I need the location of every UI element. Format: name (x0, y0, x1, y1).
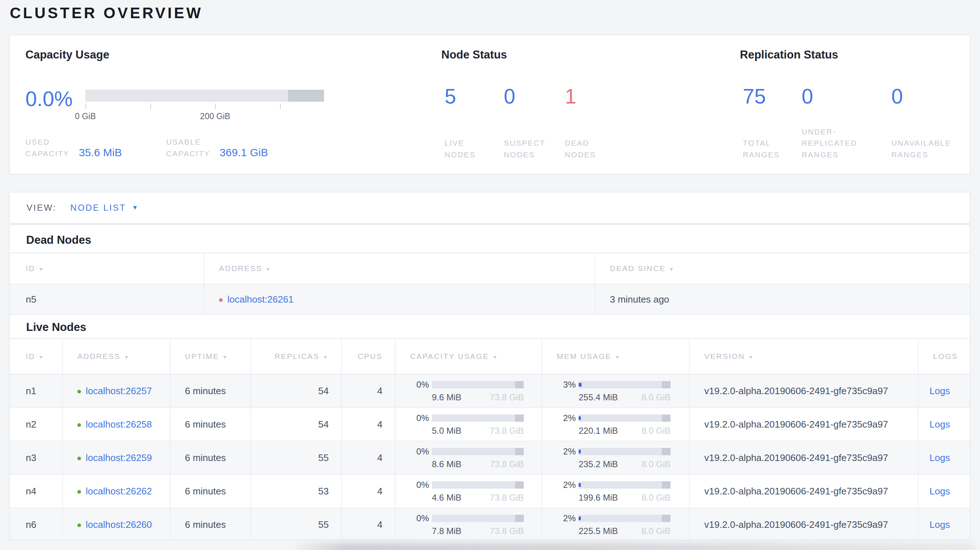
memory-usage-bar-reserved (662, 515, 671, 522)
node-id-cell: n6 (10, 508, 62, 540)
memory-total-value: 8.0 GiB (641, 493, 671, 503)
sort-desc-icon[interactable]: ▼ (38, 354, 44, 360)
column-header-mem-usage[interactable]: MEM USAGE▼ (542, 339, 689, 374)
sort-desc-icon[interactable]: ▼ (266, 266, 271, 272)
column-header-label: CPUS (358, 352, 382, 360)
sort-desc-icon[interactable]: ▼ (615, 354, 621, 360)
logs-link[interactable]: Logs (929, 452, 950, 463)
memory-usage-bar-track (579, 515, 671, 522)
version-cell: v19.2.0-alpha.20190606-2491-gfe735c9a97 (689, 408, 918, 441)
live-status-icon (77, 390, 81, 393)
node-id-cell: n2 (10, 408, 62, 441)
node-address-link[interactable]: localhost:26257 (86, 385, 152, 396)
logs-link[interactable]: Logs (929, 519, 950, 530)
summary-metric-label: DEAD NODES (565, 137, 638, 160)
column-header-id[interactable]: ID▼ (10, 339, 62, 374)
sort-desc-icon[interactable]: ▼ (124, 354, 130, 360)
live-nodes-title: Live Nodes (10, 315, 970, 338)
table-row-live-node: n4localhost:262626 minutes5340%4.6 MiB73… (10, 474, 970, 508)
memory-usage-percent: 2% (557, 413, 576, 423)
used-capacity-stat: USED CAPACITY 35.6 MiB (25, 136, 122, 159)
node-id-cell: n1 (10, 374, 62, 408)
summary-metric: 0UNDER- REPLICATED RANGES (802, 82, 891, 160)
dead-nodes-table: ID▼ADDRESS▼DEAD SINCE▼ n5localhost:26261… (10, 253, 970, 315)
sort-desc-icon[interactable]: ▼ (748, 354, 754, 360)
capacity-usage-bar-row: 0% (410, 413, 541, 423)
column-header-dead-since[interactable]: DEAD SINCE▼ (595, 253, 970, 284)
capacity-usage-bar-track (432, 415, 524, 422)
capacity-usage-percent: 0% (410, 480, 429, 490)
logs-link[interactable]: Logs (929, 385, 950, 396)
column-header-label: UPTIME (185, 352, 219, 360)
column-header-id[interactable]: ID▼ (10, 253, 204, 284)
column-header-capacity-usage[interactable]: CAPACITY USAGE▼ (395, 339, 542, 374)
view-dropdown[interactable]: NODE LIST (70, 203, 126, 213)
cpus-cell: 4 (341, 374, 395, 408)
node-address-link[interactable]: localhost:26262 (86, 486, 152, 497)
capacity-bar-reserved-segment (288, 90, 324, 102)
uptime-cell: 6 minutes (170, 374, 251, 408)
logs-cell: Logs (918, 474, 970, 508)
usable-capacity-label: USABLE CAPACITY (166, 136, 210, 159)
address-cell: localhost:26261 (204, 284, 595, 315)
summary-metric-label: TOTAL RANGES (743, 137, 802, 160)
capacity-usage-bar-row: 0% (410, 380, 541, 390)
column-header-label: REPLICAS (275, 352, 320, 360)
cpus-cell: 4 (341, 474, 395, 508)
axis-tick (215, 103, 216, 109)
replicas-cell: 54 (251, 374, 341, 408)
node-address-link[interactable]: localhost:26259 (86, 452, 152, 463)
capacity-usage-cell: 0%4.6 MiB73.8 GiB (395, 474, 542, 508)
replicas-cell: 54 (251, 408, 341, 441)
node-address-link[interactable]: localhost:26258 (86, 419, 152, 430)
column-header-address[interactable]: ADDRESS▼ (204, 253, 595, 284)
used-capacity-label: USED CAPACITY (25, 136, 69, 159)
memory-used-value: 220.1 MiB (579, 426, 618, 436)
sort-desc-icon[interactable]: ▼ (669, 266, 675, 272)
capacity-used-value: 7.8 MiB (432, 526, 461, 536)
capacity-usage-bar-reserved (515, 381, 524, 388)
memory-usage-cell: 2%225.5 MiB8.0 GiB (542, 508, 689, 540)
memory-total-value: 8.0 GiB (641, 426, 671, 436)
memory-used-value: 255.4 MiB (579, 392, 618, 402)
column-header-version[interactable]: VERSION▼ (689, 339, 918, 374)
live-status-icon (77, 423, 81, 427)
capacity-used-value: 8.6 MiB (432, 459, 461, 469)
column-header-uptime[interactable]: UPTIME▼ (170, 339, 251, 374)
capacity-usage-cell: 0%7.8 MiB73.8 GiB (395, 508, 542, 540)
node-id-cell: n3 (10, 441, 62, 474)
capacity-bar-chart: 0 GiB200 GiB (85, 90, 324, 111)
node-address-link[interactable]: localhost:26261 (228, 294, 293, 305)
table-row-live-node: n1localhost:262576 minutes5440%9.6 MiB73… (10, 374, 970, 408)
cpus-cell: 4 (341, 441, 395, 474)
capacity-usage-bar-row: 0% (410, 447, 541, 457)
summary-card: Capacity Usage 0.0% 0 GiB200 GiB USED CA… (9, 35, 970, 175)
memory-usage-bar-row: 2% (557, 480, 689, 490)
version-cell: v19.2.0-alpha.20190606-2491-gfe735c9a97 (689, 374, 918, 408)
node-address-link[interactable]: localhost:26260 (86, 519, 152, 530)
logs-link[interactable]: Logs (929, 486, 950, 497)
sort-desc-icon[interactable]: ▼ (323, 354, 329, 360)
memory-usage-bar-row: 2% (557, 447, 689, 457)
node-status-title: Node Status (441, 48, 507, 61)
replicas-cell: 53 (251, 474, 341, 508)
capacity-ticks: 0 GiB200 GiB (85, 103, 324, 111)
memory-usage-percent: 3% (557, 380, 576, 390)
summary-metric: 0UNAVAILABLE RANGES (891, 82, 975, 160)
column-header-label: DEAD SINCE (610, 264, 665, 272)
capacity-usage-values: 4.6 MiB73.8 GiB (432, 493, 524, 503)
cpus-cell: 4 (341, 408, 395, 441)
sort-desc-icon[interactable]: ▼ (492, 354, 498, 360)
uptime-cell: 6 minutes (170, 508, 251, 540)
chevron-down-icon[interactable]: ▼ (132, 204, 138, 211)
version-cell: v19.2.0-alpha.20190606-2491-gfe735c9a97 (689, 441, 918, 474)
sort-desc-icon[interactable]: ▼ (222, 354, 228, 360)
column-header-address[interactable]: ADDRESS▼ (62, 339, 170, 374)
sort-desc-icon[interactable]: ▼ (38, 266, 44, 272)
column-header-replicas[interactable]: REPLICAS▼ (251, 339, 341, 374)
memory-usage-bar-fill (579, 483, 581, 487)
capacity-total-value: 73.8 GiB (490, 392, 524, 402)
logs-link[interactable]: Logs (929, 419, 950, 430)
address-cell: localhost:26259 (62, 441, 170, 474)
summary-metric-value: 75 (743, 82, 802, 111)
